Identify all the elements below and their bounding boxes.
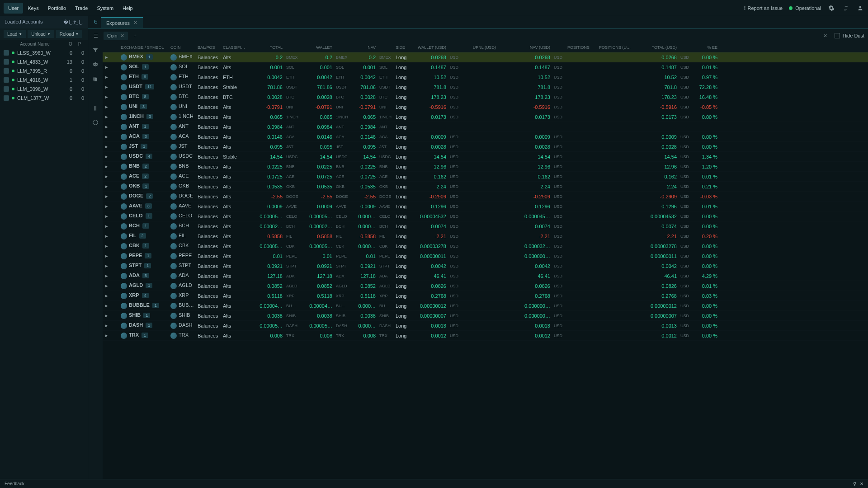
tool-load[interactable]: Load ▼	[4, 30, 26, 38]
col-header[interactable]: POSITIONS	[566, 45, 597, 50]
table-row[interactable]: ▸AAVE3AAVEBalancesAlts0.0009AAVE0.0009AA…	[103, 202, 868, 211]
expand-icon[interactable]: ▸	[103, 94, 111, 100]
collapse-icon[interactable]: �したし	[63, 19, 83, 26]
expand-icon[interactable]: ▸	[103, 74, 111, 80]
expand-icon[interactable]: ▸	[103, 293, 111, 299]
table-row[interactable]: ▸BNB2BNBBalancesAlts0.0225BNB0.0225BNB0.…	[103, 162, 868, 172]
table-row[interactable]: ▸BCH1BCHBalancesAlts0.00002…BCH0.00002…B…	[103, 221, 868, 231]
tool-unload[interactable]: Unload ▼	[28, 30, 54, 38]
table-row[interactable]: ▸SHIB1SHIBBalancesAlts0.0038SHIB0.0038SH…	[103, 311, 868, 321]
col-header[interactable]: WALLET	[302, 45, 334, 50]
tab-exposures[interactable]: Exposures ✕	[101, 17, 143, 28]
hide-dust-checkbox[interactable]: Hide Dust	[835, 33, 864, 38]
table-row[interactable]: ▸USDC4USDCBalancesStable14.54USDC14.54US…	[103, 152, 868, 162]
col-header[interactable]: UPNL (USD)	[462, 45, 498, 50]
col-header[interactable]: TOTAL	[248, 45, 284, 50]
table-row[interactable]: ▸JST1JSTBalancesAlts0.095JST0.095JST0.09…	[103, 142, 868, 152]
table-row[interactable]: ▸ACA3ACABalancesAlts0.0146ACA0.0146ACA0.…	[103, 132, 868, 142]
expand-icon[interactable]: ▸	[103, 213, 111, 219]
expand-icon[interactable]: ▸	[103, 114, 111, 120]
copy-icon[interactable]	[91, 75, 99, 83]
table-row[interactable]: ▸FIL2FILBalancesAlts-0.5858FIL-0.5858FIL…	[103, 231, 868, 241]
table-row[interactable]: ▸ANT1ANTBalancesAlts0.0984ANT0.0984ANT0.…	[103, 122, 868, 132]
account-row[interactable]: LLM_0098_W00	[0, 84, 88, 94]
menu-user[interactable]: User	[4, 3, 23, 14]
table-row[interactable]: ▸OKB1OKBBalancesAlts0.0535OKB0.0535OKB0.…	[103, 182, 868, 192]
table-row[interactable]: ▸AGLD1AGLDBalancesAlts0.0852AGLD0.0852AG…	[103, 281, 868, 291]
table-row[interactable]: ▸BUBBLE1BUBB…BalancesAlts0.00004…BU…0.00…	[103, 301, 868, 311]
table-row[interactable]: ▸TRX1TRXBalancesAlts0.008TRX0.008TRX0.00…	[103, 331, 868, 341]
columns-icon[interactable]: ⦀	[91, 104, 99, 112]
col-header[interactable]: CLASSIFICATION	[221, 45, 248, 50]
expand-icon[interactable]: ▸	[103, 223, 111, 229]
col-header[interactable]: COIN	[169, 45, 196, 50]
col-header[interactable]: BAL/POS	[196, 45, 221, 50]
account-row[interactable]: LLM_4833_W130	[0, 57, 88, 66]
expand-icon[interactable]: ▸	[103, 313, 111, 319]
expand-icon[interactable]: ▸	[103, 333, 111, 338]
expand-icon[interactable]: ▸	[103, 253, 111, 259]
clear-search-icon[interactable]: ✕	[820, 33, 831, 39]
tool-reload[interactable]: Reload ▼	[56, 30, 83, 38]
menu-trade[interactable]: Trade	[71, 3, 92, 14]
col-header[interactable]: NAV	[350, 45, 377, 50]
table-row[interactable]: ▸ACE2ACEBalancesAlts0.0725ACE0.0725ACE0.…	[103, 172, 868, 182]
filter-chip-coin[interactable]: Coin ✕	[104, 32, 128, 40]
expand-icon[interactable]: ▸	[103, 124, 111, 130]
expand-icon[interactable]: ▸	[103, 263, 111, 269]
add-filter-button[interactable]: +	[132, 32, 139, 39]
expand-icon[interactable]: ▸	[103, 164, 111, 169]
col-header[interactable]: EXCHANGE / SYMBOL	[119, 45, 169, 50]
table-row[interactable]: ▸PEPE1PEPEBalancesAlts0.01PEPE0.01PEPE0.…	[103, 251, 868, 261]
account-row[interactable]: CLM_1377_W00	[0, 94, 88, 103]
table-row[interactable]: ▸DOGE2DOGEBalancesAlts-2.55DOGE-2.55DOGE…	[103, 192, 868, 202]
expand-icon[interactable]: ▸	[103, 64, 111, 70]
table-row[interactable]: ▸SOL1SOLBalancesAlts0.001SOL0.001SOL0.00…	[103, 62, 868, 72]
expand-icon[interactable]: ▸	[103, 303, 111, 309]
expand-icon[interactable]: ▸	[103, 273, 111, 279]
layers-icon[interactable]	[91, 61, 99, 69]
account-row[interactable]: LLM_4016_W10	[0, 75, 88, 84]
expand-icon[interactable]: ▸	[103, 84, 111, 90]
col-header[interactable]: TOTAL (USD)	[633, 45, 679, 50]
expand-icon[interactable]: ▸	[103, 134, 111, 140]
user-icon[interactable]	[856, 4, 864, 12]
expand-icon[interactable]: ▸	[103, 233, 111, 239]
account-row[interactable]: LLM_7395_R00	[0, 66, 88, 75]
swap-icon[interactable]	[842, 4, 850, 12]
account-row[interactable]: LLSS_3960_W00	[0, 48, 88, 57]
col-header[interactable]: % EE	[692, 45, 719, 50]
filter-icon[interactable]	[91, 46, 99, 54]
sliders-icon[interactable]	[91, 89, 99, 98]
expand-icon[interactable]: ▸	[103, 154, 111, 160]
info-icon[interactable]	[91, 118, 99, 127]
table-row[interactable]: ▸STPT1STPTBalancesAlts0.0921STPT0.0921ST…	[103, 261, 868, 271]
expand-icon[interactable]: ▸	[103, 183, 111, 189]
table-row[interactable]: ▸USDT11USDTBalancesStable781.86USDT781.8…	[103, 82, 868, 92]
col-header[interactable]: NAV (USD)	[511, 45, 552, 50]
table-row[interactable]: ▸ETH6ETHBalancesETH0.0042ETH0.0042ETH0.0…	[103, 72, 868, 82]
expand-icon[interactable]: ▸	[103, 283, 111, 289]
menu-portfolio[interactable]: Portfolio	[43, 3, 71, 14]
footer-close-icon[interactable]: ✕	[860, 481, 863, 486]
expand-icon[interactable]: ▸	[103, 193, 111, 199]
table-row[interactable]: ▸CELO1CELOBalancesAlts0.00005…CELO0.0000…	[103, 211, 868, 221]
col-header[interactable]: SIDE	[394, 45, 412, 50]
table-row[interactable]: ▸CBK1CBKBalancesAlts0.00005…CBK0.00005…C…	[103, 241, 868, 251]
menu-system[interactable]: System	[92, 3, 118, 14]
settings-icon[interactable]	[827, 4, 835, 12]
col-header[interactable]: POSITIONS (USD)	[597, 45, 633, 50]
table-row[interactable]: ▸DASH1DASHBalancesAlts0.00005…DASH0.0000…	[103, 321, 868, 331]
report-issue-link[interactable]: !Report an Issue	[744, 5, 783, 11]
col-header[interactable]: WALLET (USD)	[412, 45, 448, 50]
close-icon[interactable]: ✕	[133, 20, 137, 26]
expand-icon[interactable]: ▸	[103, 203, 111, 209]
expand-icon[interactable]: ▸	[103, 144, 111, 150]
table-row[interactable]: ▸UNI3UNIBalancesAlts-0.0791UNI-0.0791UNI…	[103, 102, 868, 112]
expand-icon[interactable]: ▸	[103, 323, 111, 328]
table-row[interactable]: ▸BTC8BTCBalancesBTC0.0028BTC0.0028BTC0.0…	[103, 92, 868, 102]
table-row[interactable]: ▸ADA5ADABalancesAlts127.18ADA127.18ADA12…	[103, 271, 868, 281]
expand-icon[interactable]: ▸	[103, 54, 111, 60]
table-row[interactable]: ▸XRP4XRPBalancesAlts0.5118XRP0.5118XRP0.…	[103, 291, 868, 301]
menu-icon[interactable]: ☰	[92, 32, 100, 40]
